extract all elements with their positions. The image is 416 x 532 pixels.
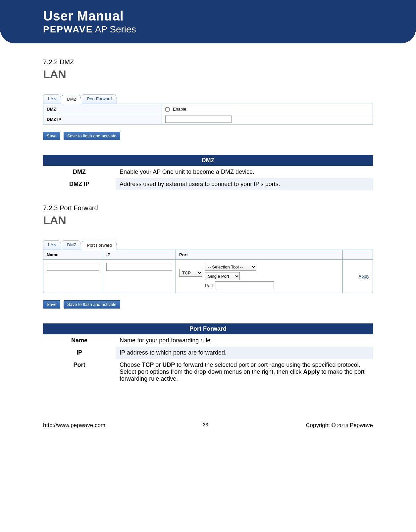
pf-ref-title: Port Forward <box>43 323 373 334</box>
brand-bold: PEPWAVE <box>43 24 93 34</box>
footer-copyright-year: 2014 <box>337 422 348 428</box>
footer-page-number: 33 <box>203 422 208 429</box>
footer-copyright-pre: Copyright © <box>306 422 337 428</box>
brand-light: AP Series <box>93 24 136 34</box>
dmz-ip-input[interactable] <box>165 116 232 123</box>
dmz-enable-checkbox[interactable] <box>165 107 170 112</box>
port-forward-grid: Name IP Port TCP UDP -- S <box>43 250 373 293</box>
dmz-ref-desc-1: Address used by external users to connec… <box>116 178 373 190</box>
dmz-row-label: DMZ <box>43 104 162 114</box>
pf-col-apply <box>343 250 373 259</box>
pf-port-cell: TCP UDP -- Selection Tool -- Single Port… <box>176 260 343 293</box>
pf-col-ip: IP <box>103 250 176 259</box>
footer-url: http://www.pepwave.com <box>43 422 105 429</box>
pf-ref-key-1: IP <box>43 347 116 359</box>
pf-ip-cell <box>103 260 176 293</box>
dmz-button-row: Save Save to flash and activate <box>43 132 373 140</box>
pf-apply-cell: Apply <box>343 260 373 293</box>
pf-ref-key-0: Name <box>43 334 116 347</box>
pf-name-cell <box>43 260 103 293</box>
pf-ref-key-2: Port <box>43 359 116 385</box>
tab-lan[interactable]: LAN <box>43 94 61 104</box>
dmz-ip-cell <box>162 114 373 124</box>
dmz-ref-key-1: DMZ IP <box>43 178 116 190</box>
dmz-ip-row-label: DMZ IP <box>43 114 162 124</box>
pf-col-name: Name <box>43 250 103 259</box>
section-7-2-3-title: 7.2.3 Port Forward <box>43 204 373 212</box>
pf-tab-dmz[interactable]: DMZ <box>62 240 81 250</box>
dmz-tab-bar: LAN DMZ Port Forward <box>43 94 373 104</box>
footer-copyright-post: Pepwave <box>348 422 373 428</box>
section-7-2-2-title: 7.2.2 DMZ <box>43 58 373 66</box>
manual-title: User Manual <box>43 9 403 24</box>
pf-reference-table: Port Forward Name Name for your port for… <box>43 323 373 385</box>
pf-name-input[interactable] <box>47 263 99 271</box>
dmz-config-table: DMZ Enable DMZ IP <box>43 104 373 124</box>
pf-save-activate-button[interactable]: Save to flash and activate <box>64 300 120 309</box>
pf-ref-desc-2: Choose TCP or UDP to forward the selecte… <box>116 359 373 385</box>
dmz-ref-key-0: DMZ <box>43 166 116 178</box>
pf-button-row: Save Save to flash and activate <box>43 300 373 309</box>
save-button[interactable]: Save <box>43 132 60 140</box>
dmz-lan-heading: LAN <box>43 68 373 81</box>
pf-tab-bar: LAN DMZ Port Forward <box>43 240 373 250</box>
pf-ref-desc-1: IP address to which ports are forwarded. <box>116 347 373 359</box>
tab-dmz[interactable]: DMZ <box>62 95 81 104</box>
pf-save-button[interactable]: Save <box>43 300 60 309</box>
dmz-enable-label: Enable <box>173 107 186 112</box>
manual-header: User Manual PEPWAVE AP Series <box>0 0 416 43</box>
pf-ip-input[interactable] <box>106 263 172 271</box>
pf-apply-link[interactable]: Apply <box>358 274 369 279</box>
page-footer: http://www.pepwave.com 33 Copyright © 20… <box>0 409 416 439</box>
pf-selection-tool-select[interactable]: -- Selection Tool -- <box>205 263 256 271</box>
footer-copyright: Copyright © 2014 Pepwave <box>306 422 373 429</box>
pf-ref-desc-0: Name for your port forwarding rule. <box>116 334 373 347</box>
manual-brand: PEPWAVE AP Series <box>43 24 403 35</box>
pf-tab-port-forward[interactable]: Port Forward <box>82 241 117 250</box>
dmz-ref-title: DMZ <box>43 155 373 166</box>
pf-port-type-select[interactable]: Single Port Port Range <box>205 272 240 280</box>
pf-lan-heading: LAN <box>43 214 373 227</box>
pf-protocol-select[interactable]: TCP UDP <box>179 269 202 277</box>
tab-port-forward[interactable]: Port Forward <box>82 94 117 104</box>
pf-port-label: Port <box>205 283 213 288</box>
save-activate-button[interactable]: Save to flash and activate <box>64 132 120 140</box>
pf-port-number-input[interactable] <box>215 281 274 289</box>
dmz-ref-desc-0: Enable your AP One unit to become a DMZ … <box>116 166 373 178</box>
pf-tab-lan[interactable]: LAN <box>43 240 61 250</box>
pf-col-port: Port <box>176 250 343 259</box>
dmz-enable-cell: Enable <box>162 104 373 114</box>
dmz-reference-table: DMZ DMZ Enable your AP One unit to becom… <box>43 155 373 190</box>
